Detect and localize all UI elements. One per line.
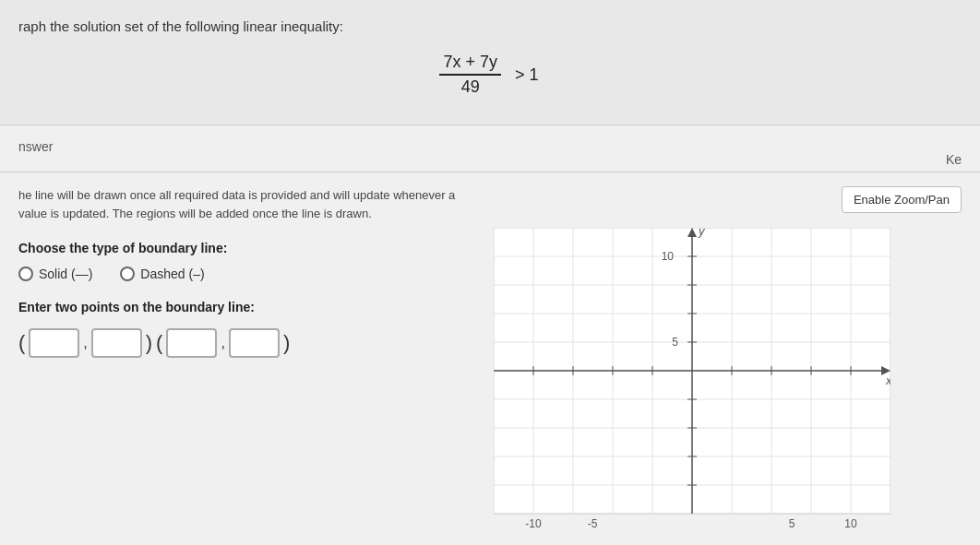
open-paren-1: ( xyxy=(18,331,25,355)
main-content: he line will be drawn once all required … xyxy=(0,172,980,541)
point1-y-input[interactable] xyxy=(91,328,142,358)
boundary-section: Choose the type of boundary line: Solid … xyxy=(18,241,461,358)
graph-container: -10 -5 5 10 x 10 5 y xyxy=(494,228,966,532)
close-paren-2: ) xyxy=(283,331,290,355)
radio-solid-label: Solid (—) xyxy=(39,267,92,281)
svg-text:-5: -5 xyxy=(588,517,598,530)
svg-text:5: 5 xyxy=(789,517,795,530)
radio-dashed-label: Dashed (–) xyxy=(140,267,204,281)
radio-solid-circle xyxy=(18,267,33,281)
denominator: 49 xyxy=(458,76,484,97)
page-container: raph the solution set of the following l… xyxy=(0,0,980,545)
comma-2: , xyxy=(221,335,224,351)
radio-dashed-option[interactable]: Dashed (–) xyxy=(120,267,204,281)
svg-text:-10: -10 xyxy=(525,517,542,530)
ke-button[interactable]: Ke xyxy=(946,152,962,167)
radio-group: Solid (—) Dashed (–) xyxy=(18,267,461,281)
fraction: 7x + 7y 49 xyxy=(439,53,501,97)
radio-solid-option[interactable]: Solid (—) xyxy=(18,267,92,281)
info-text: he line will be drawn once all required … xyxy=(18,186,461,222)
question-section: raph the solution set of the following l… xyxy=(0,0,980,125)
points-inputs: ( , ) ( , ) xyxy=(18,328,461,358)
points-label: Enter two points on the boundary line: xyxy=(18,300,461,314)
answer-section: nswer xyxy=(0,125,980,172)
close-paren-1: ) xyxy=(146,331,152,355)
point2-x-input[interactable] xyxy=(166,328,217,358)
inequality-sign: > 1 xyxy=(515,65,539,85)
svg-text:10: 10 xyxy=(662,250,675,263)
point1-x-input[interactable] xyxy=(29,328,79,358)
boundary-label: Choose the type of boundary line: xyxy=(18,241,461,255)
enable-zoom-label: Enable Zoom/Pan xyxy=(854,193,950,207)
comma-1: , xyxy=(83,335,87,351)
radio-dashed-circle xyxy=(120,267,135,281)
enable-zoom-button[interactable]: Enable Zoom/Pan xyxy=(842,186,962,213)
answer-label: nswer xyxy=(18,139,962,154)
svg-text:5: 5 xyxy=(672,336,678,349)
numerator: 7x + 7y xyxy=(439,53,501,76)
left-panel: he line will be drawn once all required … xyxy=(0,172,480,541)
right-panel: Enable Zoom/Pan xyxy=(480,172,980,541)
svg-text:10: 10 xyxy=(844,517,857,530)
graph-svg: -10 -5 5 10 x 10 5 y xyxy=(494,228,890,532)
equation-container: 7x + 7y 49 > 1 xyxy=(18,53,962,97)
question-text: raph the solution set of the following l… xyxy=(18,18,962,34)
svg-text:x: x xyxy=(885,373,890,387)
point2-y-input[interactable] xyxy=(229,328,280,358)
open-paren-2: ( xyxy=(156,331,162,355)
